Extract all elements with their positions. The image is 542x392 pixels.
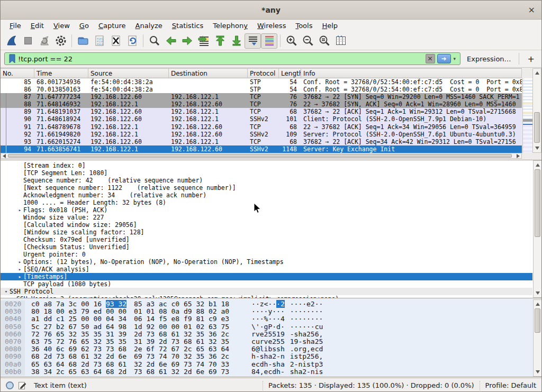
hex-row-0030[interactable]: 003080 18 00 e3 79 ed 00 0001 01 08 0a d… <box>1 308 542 315</box>
expand-icon[interactable]: ▸ <box>16 206 23 214</box>
detail-row[interactable]: Sequence number: 42 (relative sequence n… <box>1 177 542 184</box>
detail-row[interactable]: [Window size scaling factor: 128] <box>1 229 542 236</box>
hex-row-00a0[interactable]: 00a065 63 64 68 2d 73 68 6132 2d 6e 69 7… <box>1 361 542 368</box>
menu-wireless[interactable]: Wireless <box>252 21 291 31</box>
menu-view[interactable]: View <box>49 21 75 31</box>
go-forward-button[interactable] <box>179 33 195 49</box>
collapse-icon[interactable]: ▾ <box>3 288 10 295</box>
scroll-thumb[interactable] <box>535 169 540 237</box>
column-header-info[interactable]: Info <box>301 69 522 78</box>
scroll-thumb[interactable] <box>8 154 512 158</box>
detail-row[interactable]: ▸[Timestamps] <box>1 273 532 280</box>
expression-button[interactable]: Expression… <box>467 55 511 63</box>
scroll-up-icon[interactable] <box>536 303 540 306</box>
detail-row[interactable]: ▸Flags: 0x018 (PSH, ACK) <box>1 206 542 214</box>
hex-row-0090[interactable]: 009068 2d 73 68 61 32 2d 6e69 73 74 70 3… <box>1 353 542 360</box>
packet-row-91[interactable]: 9171.648789678192.168.122.1192.168.122.6… <box>1 123 522 131</box>
detail-row[interactable]: [Calculated window size: 29056] <box>1 221 542 229</box>
column-header-time[interactable]: Time <box>34 69 88 78</box>
menu-help[interactable]: Help <box>317 21 342 31</box>
menu-tools[interactable]: Tools <box>291 21 317 31</box>
hex-row-0050[interactable]: 00505c 27 b2 67 50 ad 64 981d 92 00 00 0… <box>1 323 542 331</box>
packet-list-vscrollbar[interactable] <box>532 68 541 153</box>
detail-row[interactable]: [Next sequence number: 1122 (relative se… <box>1 184 542 192</box>
clear-filter-icon[interactable]: ✕ <box>426 54 435 63</box>
save-file-button[interactable]: 010101100111 <box>91 33 107 49</box>
expand-icon[interactable]: ▸ <box>10 295 16 298</box>
scroll-down-icon[interactable] <box>536 370 540 373</box>
filter-dropdown-icon[interactable]: ▾ <box>451 56 459 61</box>
display-filter-input[interactable] <box>18 55 426 63</box>
detail-row[interactable]: Window size value: 227 <box>1 214 542 221</box>
detail-row[interactable]: [TCP Segment Len: 1080] <box>1 169 542 177</box>
close-icon[interactable]: × <box>528 1 535 20</box>
hex-row-0060[interactable]: 006072 76 65 32 35 35 31 392d 73 68 61 3… <box>1 331 542 338</box>
scroll-right-icon[interactable] <box>517 154 520 158</box>
detail-row[interactable]: Acknowledgment number: 34 (relative ack … <box>1 192 542 199</box>
menu-go[interactable]: Go <box>75 21 94 31</box>
detail-row[interactable]: Urgent pointer: 0 <box>1 251 542 258</box>
capture-comment-icon[interactable] <box>18 381 26 390</box>
apply-filter-icon[interactable]: ➜ <box>437 54 451 63</box>
scroll-left-icon[interactable] <box>3 154 6 158</box>
intelligent-scrollbar-minimap[interactable] <box>522 78 532 153</box>
zoom-out-button[interactable] <box>300 33 316 49</box>
packet-row-94[interactable]: 9471.663856741192.168.122.1192.168.122.6… <box>1 145 522 153</box>
column-header-source[interactable]: Source <box>88 69 169 78</box>
go-first-button[interactable] <box>212 33 228 49</box>
zoom-in-button[interactable] <box>283 33 300 49</box>
detail-row[interactable]: [Stream index: 0] <box>1 162 542 169</box>
bytes-vscrollbar[interactable] <box>533 299 542 377</box>
start-capture-button[interactable] <box>3 33 20 49</box>
menu-statistics[interactable]: Statistics <box>167 21 208 31</box>
packet-row-86[interactable]: 8670.013850163fe:54:00:d4:38:2aSTP54Conf… <box>1 86 522 93</box>
colorize-button[interactable] <box>261 33 277 49</box>
column-header-protocol[interactable]: Protocol <box>248 69 279 78</box>
go-back-button[interactable] <box>162 33 179 49</box>
add-filter-button[interactable]: + <box>525 54 538 64</box>
scroll-down-icon[interactable] <box>536 291 540 295</box>
auto-scroll-button[interactable] <box>245 33 261 49</box>
capture-options-button[interactable] <box>52 33 69 49</box>
packet-row-85[interactable]: 8568.001734936fe:54:00:d4:38:2aSTP54Conf… <box>1 78 522 86</box>
reload-file-button[interactable] <box>124 33 140 49</box>
details-vscrollbar[interactable] <box>533 160 542 298</box>
menu-edit[interactable]: Edit <box>26 21 49 31</box>
expand-icon[interactable]: ▸ <box>16 273 23 280</box>
expert-info-icon[interactable] <box>6 381 14 389</box>
expand-icon[interactable]: ▸ <box>16 266 23 273</box>
detail-row[interactable]: 1000 .... = Header Length: 32 bytes (8) <box>1 199 542 206</box>
detail-row[interactable]: ▸Options: (12 bytes), No-Operation (NOP)… <box>1 258 542 266</box>
menu-file[interactable]: File <box>5 21 26 31</box>
column-header-length[interactable]: Length <box>279 69 301 78</box>
title-bar[interactable]: *any × <box>1 1 541 20</box>
bookmark-icon[interactable] <box>8 54 16 63</box>
scroll-thumb[interactable] <box>534 112 540 143</box>
packet-row-89[interactable]: 8971.648191037192.168.122.60192.168.122.… <box>1 108 522 115</box>
hex-row-0040[interactable]: 0040a1 dd c1 25 00 00 04 3406 14 f5 e8 f… <box>1 315 542 323</box>
packet-list-hscrollbar[interactable] <box>1 153 522 159</box>
scroll-down-icon[interactable] <box>535 147 539 150</box>
profile-text[interactable]: Profile: Default <box>485 381 536 389</box>
close-file-button[interactable] <box>107 33 124 49</box>
packet-list-header[interactable]: No.TimeSourceDestinationProtocolLengthIn… <box>1 68 522 78</box>
detail-row[interactable]: TCP payload (1080 bytes) <box>1 280 542 288</box>
expand-icon[interactable]: ▸ <box>16 258 23 266</box>
display-filter-field[interactable]: ✕ ➜ ▾ <box>4 52 460 65</box>
packet-row-92[interactable]: 9271.661949820192.168.122.1192.168.122.6… <box>1 131 522 138</box>
scroll-thumb[interactable] <box>535 308 540 333</box>
packet-row-88[interactable]: 8871.648146932192.168.122.1192.168.122.6… <box>1 101 522 108</box>
hex-row-0020[interactable]: 0020c0 a8 7a 3c 00 16 93 3285 a3 ac c0 6… <box>1 300 542 308</box>
packet-row-90[interactable]: 9071.648618924192.168.122.60192.168.122.… <box>1 115 522 123</box>
packet-row-93[interactable]: 9371.662015274192.168.122.60192.168.122.… <box>1 138 522 145</box>
detail-row[interactable]: ▾SSH Protocol <box>1 288 532 295</box>
restart-capture-button[interactable] <box>36 33 52 49</box>
scroll-up-icon[interactable] <box>536 163 540 167</box>
scroll-up-icon[interactable] <box>535 71 539 75</box>
packet-row-87[interactable]: 8771.647777234192.168.122.60192.168.122.… <box>1 93 522 101</box>
resize-columns-button[interactable] <box>332 33 349 49</box>
detail-row[interactable]: ▸SSH Version 2 (encryption:chacha20-poly… <box>1 295 542 298</box>
find-packet-button[interactable] <box>146 33 162 49</box>
hex-row-00b0[interactable]: 00b038 34 2c 65 63 64 68 2d73 68 61 32 2… <box>1 368 542 376</box>
detail-row[interactable]: Checksum: 0x79ed [unverified] <box>1 236 542 243</box>
